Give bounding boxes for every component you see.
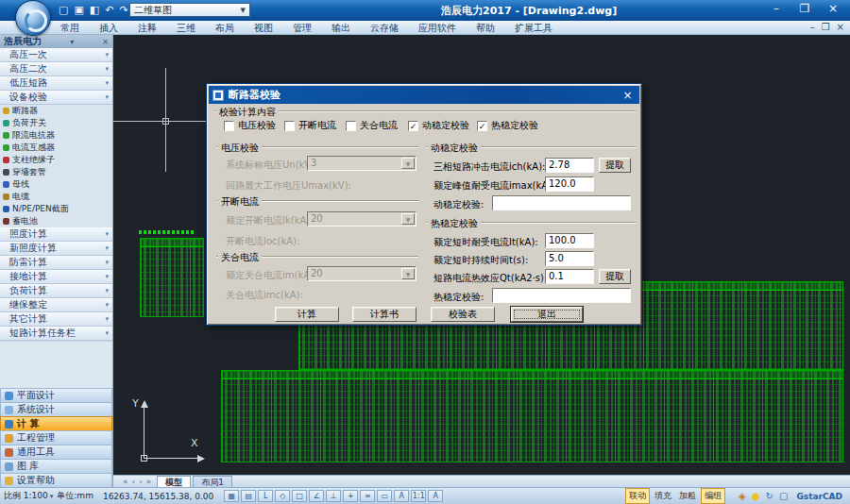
device-item-reactor[interactable]: 限流电抗器 [0, 129, 112, 142]
impulse-current-field[interactable]: 2.78 [545, 158, 594, 173]
rated-closing-current-combo[interactable]: 20 ▼ [307, 266, 416, 281]
peak-withstand-current-field[interactable]: 120.0 [545, 176, 594, 192]
checkbox-box[interactable] [346, 121, 356, 131]
checkbox-dynamic-stability[interactable]: ✓ 动稳定校验 [408, 119, 469, 132]
ducs-icon[interactable]: ⊥ [326, 490, 341, 502]
workspace-switch-icon[interactable]: ◈ [739, 491, 746, 501]
last-layout-button[interactable]: » [146, 477, 152, 486]
calculate-button[interactable]: 计算 [275, 307, 339, 322]
chevron-down-icon[interactable]: ▼ [401, 158, 415, 169]
ortho-icon[interactable]: L [258, 490, 273, 502]
device-item-battery[interactable]: 蓄电池 [0, 215, 112, 227]
pin-icon[interactable]: ▾ [65, 38, 74, 46]
dynamic-result-field[interactable] [492, 195, 631, 210]
scalelist-icon[interactable]: 1:1 [411, 490, 426, 502]
sidebar-item-other-calc[interactable]: 其它计算▾ [0, 312, 112, 327]
sidebar-item-new-illuminance[interactable]: 新照度计算▾ [0, 242, 112, 256]
sidebar-item-hv-primary[interactable]: 高压一次▾ [0, 48, 112, 62]
close-icon[interactable]: × [97, 38, 109, 46]
sidebar-item-relay-setting[interactable]: 继保整定▾ [0, 298, 112, 312]
tab-ext-tools[interactable]: 扩展工具 [515, 21, 552, 35]
device-item-load-switch[interactable]: 负荷开关 [0, 117, 112, 129]
short-time-duration-field[interactable]: 5.0 [545, 251, 594, 266]
tab-manage[interactable]: 管理 [293, 21, 312, 35]
annot-icon[interactable]: A [428, 490, 443, 502]
device-item-insulator[interactable]: 支柱绝缘子 [0, 154, 112, 166]
close-button[interactable]: × [824, 2, 842, 15]
toggle-linkage[interactable]: 联动 [625, 488, 650, 504]
checkbox-box[interactable]: ✓ [477, 121, 487, 131]
restore-button[interactable]: ❐ [795, 2, 814, 15]
checkbox-box[interactable]: ✓ [408, 121, 418, 131]
nav-calculation[interactable]: 计 算 [0, 416, 112, 430]
grid-icon[interactable]: ▤ [241, 490, 256, 502]
chevron-down-icon[interactable]: ▾ [50, 493, 54, 500]
device-item-busbar[interactable]: 母线 [0, 178, 112, 191]
checkbox-thermal-stability[interactable]: ✓ 热稳定校验 [477, 119, 538, 132]
dialog-titlebar[interactable]: 断路器校验 × [209, 86, 639, 104]
sidebar-item-device-check[interactable]: 设备校验▾ [0, 91, 112, 105]
thermal-result-field[interactable] [492, 288, 631, 303]
quickprop-icon[interactable]: A [394, 490, 409, 502]
thermal-effect-field[interactable]: 0.1 [545, 269, 594, 284]
toggle-bold[interactable]: 加粗 [676, 489, 699, 503]
otrack-icon[interactable]: ∠ [309, 490, 324, 502]
mdi-restore-button[interactable]: ❐ [822, 22, 830, 32]
tab-common[interactable]: 常用 [60, 21, 79, 35]
toggle-group[interactable]: 编组 [701, 488, 725, 504]
device-item-breaker[interactable]: 断路器 [0, 105, 112, 117]
tab-layout[interactable]: 布局 [215, 21, 234, 35]
bulb-icon[interactable]: ● [752, 491, 760, 501]
mdi-minimize-button[interactable]: – [810, 22, 815, 32]
lwt-icon[interactable]: ≡ [360, 490, 375, 502]
tab-insert[interactable]: 插入 [99, 21, 118, 35]
sidebar-item-hv-secondary[interactable]: 高压二次▾ [0, 62, 112, 76]
tab-cloud[interactable]: 云存储 [370, 21, 399, 35]
next-layout-button[interactable]: › [139, 477, 143, 486]
device-item-bushing[interactable]: 穿墙套管 [0, 166, 112, 178]
tab-view[interactable]: 视图 [254, 21, 273, 35]
checkbox-box[interactable] [224, 121, 234, 131]
scale-combo[interactable]: 比例 1:100 [4, 490, 48, 502]
checkbox-voltage-check[interactable]: 电压校验 [224, 119, 276, 132]
polar-icon[interactable]: ◇ [275, 490, 290, 502]
tab-output[interactable]: 输出 [332, 21, 350, 35]
nominal-voltage-combo[interactable]: 3 ▼ [307, 156, 416, 171]
nav-settings-help[interactable]: 设置帮助 [0, 473, 112, 487]
sync-icon[interactable]: ↻ [766, 491, 774, 501]
new-file-icon[interactable]: ▢ [59, 4, 68, 16]
dialog-close-button[interactable]: × [620, 89, 636, 102]
rated-breaking-current-combo[interactable]: 20 ▼ [307, 211, 416, 227]
checkbox-closing-current[interactable]: 关合电流 [346, 119, 398, 132]
sidebar-item-short-calc-tasks[interactable]: 短路计算任务栏▾ [0, 327, 112, 341]
tab-layout1[interactable]: 布局1 [193, 476, 232, 487]
nav-project-manage[interactable]: 工程管理 [0, 430, 112, 445]
redo-icon[interactable]: ↷ [119, 4, 128, 16]
sidebar-item-grounding[interactable]: 接地计算▾ [0, 270, 112, 284]
device-item-cable[interactable]: 电缆 [0, 191, 112, 203]
nav-general-tools[interactable]: 通用工具 [0, 445, 112, 459]
sidebar-item-illuminance[interactable]: 照度计算▾ [0, 227, 112, 242]
prev-layout-button[interactable]: ‹ [132, 477, 136, 486]
toggle-fill[interactable]: 填充 [652, 489, 674, 503]
sidebar-item-lightning[interactable]: 防雷计算▾ [0, 256, 112, 270]
first-layout-button[interactable]: « [123, 477, 128, 486]
nav-plan-design[interactable]: 平面设计 [0, 388, 112, 402]
save-icon[interactable]: ◧ [90, 4, 99, 16]
undo-icon[interactable]: ↶ [105, 4, 113, 16]
exit-button[interactable]: 退出 [511, 307, 583, 322]
dyn-icon[interactable]: + [343, 490, 358, 502]
osnap-icon[interactable]: □ [292, 490, 307, 502]
open-file-icon[interactable]: ▣ [74, 4, 83, 16]
sidebar-item-lv-short[interactable]: 低压短路▾ [0, 76, 112, 91]
chevron-down-icon[interactable]: ▼ [401, 213, 415, 225]
tab-model[interactable]: 模型 [157, 476, 191, 487]
sidebar-item-load-calc[interactable]: 负荷计算▾ [0, 284, 112, 298]
calc-report-button[interactable]: 计算书 [352, 307, 416, 322]
tab-3d[interactable]: 三维 [177, 21, 196, 35]
chevron-down-icon[interactable]: ▼ [401, 268, 415, 279]
clean-screen-icon[interactable]: ▢ [779, 491, 788, 501]
device-item-ct[interactable]: 电流互感器 [0, 142, 112, 154]
checkbox-breaking-current[interactable]: 开断电流 [284, 119, 336, 132]
short-time-withstand-field[interactable]: 100.0 [545, 233, 594, 248]
